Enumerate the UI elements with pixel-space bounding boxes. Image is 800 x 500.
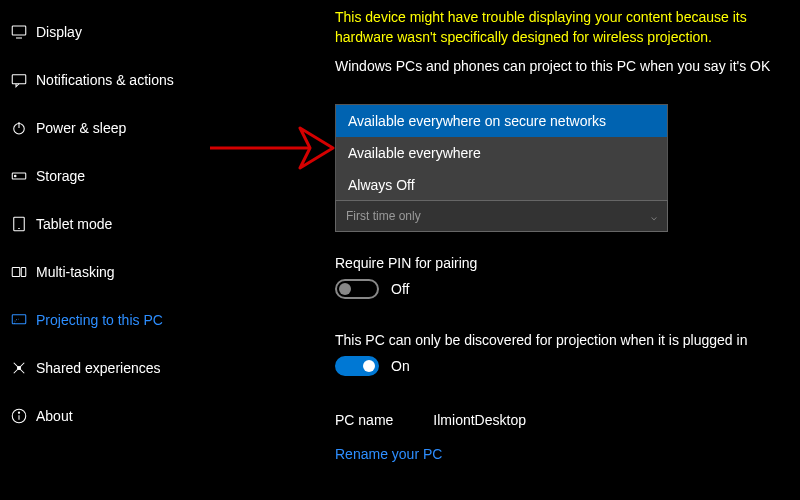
- sidebar-item-multitasking[interactable]: Multi-tasking: [0, 248, 275, 296]
- sidebar-item-storage[interactable]: Storage: [0, 152, 275, 200]
- svg-rect-10: [21, 268, 26, 277]
- sidebar-item-tablet[interactable]: Tablet mode: [0, 200, 275, 248]
- chat-icon: [10, 71, 36, 89]
- pc-name-section: PC name IlmiontDesktop Rename your PC: [335, 412, 526, 462]
- main-panel: This device might have trouble displayin…: [275, 0, 800, 500]
- sidebar-item-label: Shared experiences: [36, 360, 161, 376]
- sidebar-item-power[interactable]: Power & sleep: [0, 104, 275, 152]
- dropdown-option-secure[interactable]: Available everywhere on secure networks: [336, 105, 667, 137]
- rename-pc-link[interactable]: Rename your PC: [335, 446, 526, 462]
- hardware-warning: This device might have trouble displayin…: [335, 8, 780, 47]
- pin-toggle[interactable]: [335, 279, 379, 299]
- sidebar-item-label: Power & sleep: [36, 120, 126, 136]
- pc-name-value: IlmiontDesktop: [433, 412, 526, 428]
- sidebar-item-label: Multi-tasking: [36, 264, 115, 280]
- svg-rect-0: [12, 26, 26, 35]
- sidebar-item-shared[interactable]: Shared experiences: [0, 344, 275, 392]
- dropdown-option-everywhere[interactable]: Available everywhere: [336, 137, 667, 169]
- projecting-icon: [10, 311, 36, 329]
- sidebar-item-about[interactable]: About: [0, 392, 275, 440]
- svg-rect-9: [12, 268, 20, 277]
- project-permission-dropdown[interactable]: Available everywhere on secure networks …: [335, 104, 668, 202]
- discover-section: This PC can only be discovered for proje…: [335, 332, 780, 376]
- sidebar-item-projecting[interactable]: Projecting to this PC: [0, 296, 275, 344]
- ask-to-project-select[interactable]: First time only ⌵: [335, 200, 668, 232]
- info-icon: [10, 407, 36, 425]
- pc-name-label: PC name: [335, 412, 393, 428]
- sidebar-item-display[interactable]: Display: [0, 8, 275, 56]
- chevron-down-icon: ⌵: [651, 211, 657, 222]
- display-icon: [10, 23, 36, 41]
- sidebar-item-notifications[interactable]: Notifications & actions: [0, 56, 275, 104]
- sidebar: Display Notifications & actions Power & …: [0, 0, 275, 500]
- svg-point-17: [18, 412, 19, 413]
- dropdown-option-off[interactable]: Always Off: [336, 169, 667, 201]
- sidebar-item-label: Storage: [36, 168, 85, 184]
- power-icon: [10, 119, 36, 137]
- sidebar-item-label: Display: [36, 24, 82, 40]
- share-icon: [10, 359, 36, 377]
- sidebar-item-label: Notifications & actions: [36, 72, 174, 88]
- svg-rect-2: [12, 75, 26, 84]
- project-permission-label: Windows PCs and phones can project to th…: [335, 57, 780, 77]
- storage-icon: [10, 167, 36, 185]
- pin-toggle-state: Off: [391, 281, 409, 297]
- discover-toggle[interactable]: [335, 356, 379, 376]
- discover-toggle-state: On: [391, 358, 410, 374]
- discover-label: This PC can only be discovered for proje…: [335, 332, 780, 348]
- settings-window: Display Notifications & actions Power & …: [0, 0, 800, 500]
- ask-to-project-value: First time only: [346, 209, 421, 223]
- svg-point-6: [15, 175, 17, 177]
- svg-point-14: [18, 367, 21, 370]
- multitasking-icon: [10, 263, 36, 281]
- pin-section: Require PIN for pairing Off: [335, 255, 477, 299]
- sidebar-item-label: Tablet mode: [36, 216, 112, 232]
- tablet-icon: [10, 215, 36, 233]
- sidebar-item-label: Projecting to this PC: [36, 312, 163, 328]
- pin-label: Require PIN for pairing: [335, 255, 477, 271]
- sidebar-item-label: About: [36, 408, 73, 424]
